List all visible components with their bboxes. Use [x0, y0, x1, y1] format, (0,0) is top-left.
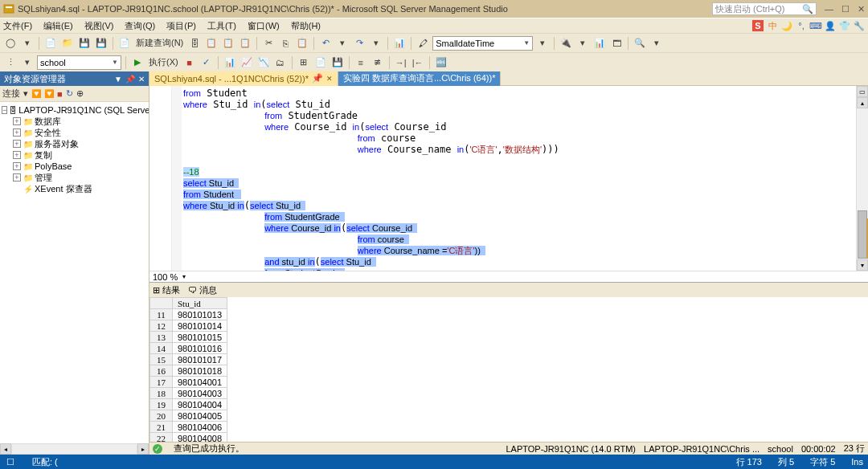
new-query-icon[interactable]: 📄 — [117, 36, 132, 51]
table-row[interactable]: 22980104008 — [150, 433, 227, 442]
table-row[interactable]: 21980104006 — [150, 422, 227, 433]
results-grid[interactable]: Stu_id 119801010131298010101413980101015… — [149, 297, 868, 442]
table-row[interactable]: 18980104003 — [150, 388, 227, 399]
cn-icon[interactable]: 中 — [767, 20, 778, 31]
cell-value[interactable]: 980104006 — [173, 422, 227, 433]
menu-view[interactable]: 视图(V) — [84, 20, 114, 32]
filter2-icon[interactable]: 🔽 — [44, 89, 54, 98]
find-dd[interactable]: ▾ — [649, 36, 664, 51]
save-all-button[interactable]: 💾 — [94, 36, 108, 51]
table-row[interactable]: 12980101014 — [150, 320, 227, 332]
code-editor[interactable]: from Student where Stu_id in(select Stu_… — [182, 86, 856, 271]
nav-down-icon[interactable]: ▾ — [857, 259, 868, 271]
expand-icon[interactable]: + — [13, 151, 21, 159]
menu-help[interactable]: 帮助(H) — [291, 20, 321, 32]
tree-folder-xevent[interactable]: ⚡XEvent 探查器 — [0, 183, 149, 194]
expand-icon[interactable]: + — [13, 128, 21, 137]
new-file-button[interactable]: 📄 — [43, 36, 58, 51]
editor-vscroll[interactable]: ▭ ▴ ▾ — [856, 86, 868, 271]
nav-split-icon[interactable]: ▭ — [857, 86, 868, 97]
tree-folder-databases[interactable]: +📁数据库 — [0, 116, 149, 127]
stop-icon[interactable]: ■ — [57, 89, 63, 99]
props-button[interactable]: 📊 — [392, 36, 407, 51]
menu-window[interactable]: 窗口(W) — [248, 20, 280, 32]
redo-button[interactable]: ↷ — [352, 36, 366, 51]
cell-value[interactable]: 980104004 — [173, 399, 227, 410]
actual-plan-button[interactable]: 📈 — [240, 55, 254, 70]
fwd-button[interactable]: ▾ — [20, 36, 35, 51]
registered-srv-icon[interactable]: 📊 — [592, 36, 607, 51]
panel-close-icon[interactable]: ✕ — [138, 75, 145, 84]
wrench-icon[interactable]: 🔧 — [854, 20, 865, 31]
tree-folder-management[interactable]: +📁管理 — [0, 172, 149, 183]
zoom-indicator[interactable]: 100 % ▾ — [149, 271, 868, 282]
comment-button[interactable]: ≡ — [354, 55, 368, 70]
expand-icon[interactable]: + — [13, 162, 21, 170]
table-row[interactable]: 13980101015 — [150, 332, 227, 343]
outdent-button[interactable]: |← — [411, 55, 425, 70]
close-button[interactable]: ✕ — [858, 4, 865, 14]
cell-value[interactable]: 980104003 — [173, 388, 227, 399]
db-icon[interactable]: 🗄 — [187, 36, 202, 51]
execute-button[interactable]: 执行(X) — [147, 56, 180, 68]
quick-launch-input[interactable]: 快速启动 (Ctrl+Q) 🔍 — [712, 2, 817, 15]
cell-value[interactable]: 980101018 — [173, 365, 227, 377]
table-row[interactable]: 16980101018 — [150, 365, 227, 377]
stats-button[interactable]: 🗂 — [273, 55, 288, 70]
tree-folder-serverobjects[interactable]: +📁服务器对象 — [0, 138, 149, 149]
menu-edit[interactable]: 编辑(E) — [43, 20, 73, 32]
results-text-button[interactable]: 📄 — [313, 55, 328, 70]
dmx-icon[interactable]: 📋 — [238, 36, 252, 51]
open-button[interactable]: 📁 — [60, 36, 75, 51]
maximize-button[interactable]: ☐ — [841, 4, 850, 14]
execute-icon[interactable]: ▶ — [130, 55, 145, 70]
cell-value[interactable]: 980104008 — [173, 433, 227, 442]
tab-inactive[interactable]: 实验四 数据库查询语言...C\Chris (64))* — [338, 71, 501, 86]
find-button[interactable]: 🔍 — [633, 36, 647, 51]
fold-gutter[interactable] — [172, 86, 182, 271]
scroll-right-icon[interactable]: ▸ — [137, 443, 149, 455]
save-button[interactable]: 💾 — [77, 36, 92, 51]
person-icon[interactable]: 👤 — [825, 20, 836, 31]
keyboard-icon[interactable]: ⌨ — [810, 20, 821, 31]
tree-folder-polybase[interactable]: +📁PolyBase — [0, 161, 149, 172]
panel-pin-icon[interactable]: 📌 — [125, 75, 135, 84]
results-file-button[interactable]: 💾 — [330, 55, 345, 70]
menu-query[interactable]: 查询(Q) — [125, 20, 155, 32]
database-combo[interactable]: school ▼ — [37, 55, 121, 70]
expand-icon[interactable]: + — [13, 117, 21, 125]
results-grid-button[interactable]: ⊞ — [297, 55, 311, 70]
table-row[interactable]: 20980104005 — [150, 410, 227, 422]
template-dd[interactable]: ▾ — [20, 55, 35, 70]
menu-file[interactable]: 文件(F) — [3, 20, 32, 32]
ime-icon[interactable]: S — [752, 20, 764, 31]
collapse-icon[interactable]: − — [2, 106, 7, 114]
activity-icon[interactable]: 🗔 — [609, 36, 624, 51]
table-row[interactable]: 11980101013 — [150, 309, 227, 320]
menu-project[interactable]: 项目(P) — [166, 20, 196, 32]
table-row[interactable]: 15980101017 — [150, 354, 227, 365]
cell-value[interactable]: 980104005 — [173, 410, 227, 422]
filter-icon[interactable]: 🔽 — [31, 89, 41, 98]
results-messages-tab[interactable]: 🗨消息 — [188, 284, 217, 296]
table-row[interactable]: 17980104001 — [150, 377, 227, 388]
object-tree[interactable]: − 🗄 LAPTOP-JR91Q1NC (SQL Server 14.0. +📁… — [0, 102, 149, 443]
explorer-hscroll[interactable]: ◂ ▸ — [0, 443, 149, 455]
scroll-thumb[interactable] — [858, 210, 867, 259]
scroll-track[interactable] — [11, 443, 137, 455]
cell-value[interactable]: 980101013 — [173, 309, 227, 320]
connect-dd-icon[interactable]: ▾ — [23, 88, 28, 99]
tree-folder-security[interactable]: +📁安全性 — [0, 127, 149, 138]
parse-button[interactable]: ✓ — [199, 55, 214, 70]
cell-value[interactable]: 980101017 — [173, 354, 227, 365]
cell-value[interactable]: 980101015 — [173, 332, 227, 343]
disconnect-icon[interactable]: ▾ — [575, 36, 590, 51]
refresh-icon[interactable]: ↻ — [66, 88, 73, 99]
results-grid-tab[interactable]: ⊞结果 — [153, 284, 180, 296]
plan-button[interactable]: 📊 — [223, 55, 237, 70]
highlighter-icon[interactable]: 🖍 — [416, 36, 430, 51]
indent-button[interactable]: →| — [394, 55, 408, 70]
cell-value[interactable]: 980101014 — [173, 320, 227, 332]
copy-button[interactable]: ⎘ — [278, 36, 293, 51]
connect-button[interactable]: 🔌 — [559, 36, 573, 51]
